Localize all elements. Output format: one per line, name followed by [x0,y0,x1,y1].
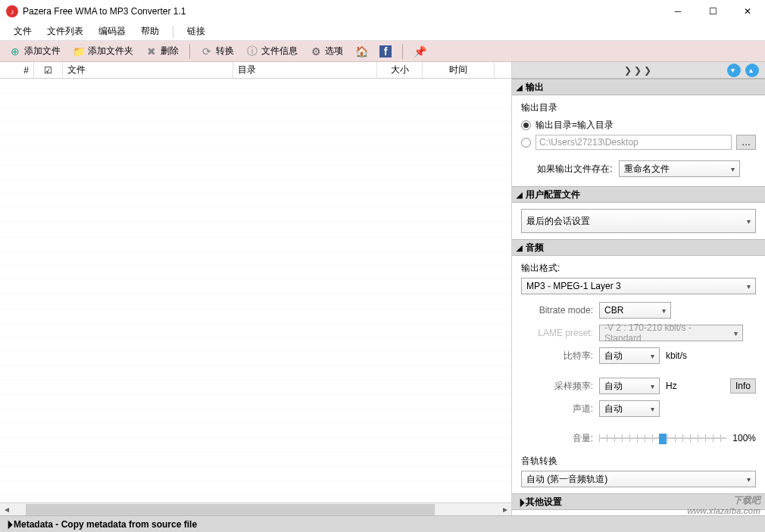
bitrate-label: 比特率: [521,350,593,362]
triangle-right-icon: ◢ [514,496,524,506]
output-path-input[interactable] [536,135,732,150]
table-body[interactable] [0,79,511,502]
scroll-right-arrow[interactable]: ▸ [498,503,511,516]
radio-same-label: 输出目录=输入目录 [536,119,614,132]
add-folder-icon: 📁 [73,45,85,58]
slider-thumb[interactable] [659,434,667,444]
toolbar-separator [189,44,190,59]
track-combo[interactable]: 自动 (第一音频轨道) [521,471,756,487]
expand-all-button[interactable]: ▴ [745,64,759,77]
minimize-button[interactable]: ─ [660,0,695,23]
sample-rate-value: 自动 [604,380,623,393]
menubar: 文件 文件列表 编码器 帮助 链接 [0,23,765,41]
section-output-title: 输出 [526,81,544,94]
channel-combo[interactable]: 自动 [599,400,660,417]
delete-label: 删除 [161,45,179,58]
menu-links[interactable]: 链接 [180,25,213,38]
menu-separator [173,26,173,38]
format-value: MP3 - MPEG-1 Layer 3 [526,281,621,291]
section-other-header[interactable]: ◢其他设置 [512,493,765,510]
pin-icon: 📌 [414,45,426,58]
file-exists-value: 重命名文件 [624,163,670,176]
section-output-header[interactable]: ◢输出 [512,79,765,95]
file-info-button[interactable]: ⓘ文件信息 [242,43,302,59]
pin-button[interactable]: 📌 [409,44,430,59]
maximize-button[interactable]: ☐ [695,0,730,23]
profile-combo[interactable]: 最后的会话设置 [521,209,756,233]
col-dir[interactable]: 目录 [233,62,377,78]
browse-button[interactable]: … [736,135,756,150]
titlebar: ♪ Pazera Free WMA to MP3 Converter 1.1 ─… [0,0,765,23]
options-button[interactable]: ⚙选项 [305,43,348,59]
file-list-panel: # ☑ 文件 目录 大小 时间 ◂ ▸ [0,62,511,515]
file-info-icon: ⓘ [246,45,258,58]
add-folder-label: 添加文件夹 [88,45,133,58]
col-size[interactable]: 大小 [377,62,423,78]
channel-value: 自动 [604,403,623,415]
close-button[interactable]: ✕ [730,0,765,23]
format-combo[interactable]: MP3 - MPEG-1 Layer 3 [521,278,756,294]
lame-preset-combo: -V 2 : 170-210 kbit/s - Standard [599,325,743,341]
section-output-body: 输出目录 输出目录=输入目录 … 如果输出文件存在: 重命名文件 [512,95,765,186]
table-header: # ☑ 文件 目录 大小 时间 [0,62,511,79]
col-time[interactable]: 时间 [423,62,495,78]
bitrate-unit: kbit/s [666,350,687,361]
col-number[interactable]: # [0,62,34,78]
add-file-button[interactable]: ⊕添加文件 [5,43,65,59]
triangle-right-icon: ◢ [2,519,12,529]
menu-encoder[interactable]: 编码器 [91,25,133,38]
convert-label: 转换 [216,45,234,58]
checkbox-icon: ☑ [44,65,52,76]
add-file-label: 添加文件 [24,45,61,58]
panel-expand-bar[interactable]: ❯❯❯ ▾ ▴ [512,62,765,79]
file-info-label: 文件信息 [261,45,298,58]
section-profile-header[interactable]: ◢用户配置文件 [512,186,765,203]
radio-same-as-input[interactable] [521,120,531,130]
home-button[interactable]: 🏠 [351,44,372,59]
delete-icon: ✖ [145,45,158,58]
convert-button[interactable]: ⟳转换 [196,43,239,59]
facebook-button[interactable]: f [375,44,396,59]
toolbar: ⊕添加文件 📁添加文件夹 ✖删除 ⟳转换 ⓘ文件信息 ⚙选项 🏠 f 📌 [0,41,765,62]
track-label: 音轨转换 [521,455,756,471]
expand-icon: ❯❯❯ [624,65,654,76]
section-audio-title: 音频 [526,241,544,254]
scroll-thumb[interactable] [26,504,435,515]
bitrate-mode-label: Bitrate mode: [521,305,593,316]
metadata-bar[interactable]: ◢Metadata - Copy metadata from source fi… [0,515,765,532]
volume-value: 100% [732,433,756,443]
window-title: Pazera Free WMA to MP3 Converter 1.1 [23,6,660,17]
bitrate-combo[interactable]: 自动 [599,347,660,364]
volume-slider[interactable] [599,431,726,446]
file-exists-combo[interactable]: 重命名文件 [619,160,740,177]
scroll-left-arrow[interactable]: ◂ [0,503,13,516]
section-audio-header[interactable]: ◢音频 [512,239,765,256]
lame-preset-value: -V 2 : 170-210 kbit/s - Standard [604,322,727,344]
triangle-down-icon: ◢ [517,244,523,252]
bitrate-mode-combo[interactable]: CBR [599,302,671,319]
section-audio-body: 输出格式: MP3 - MPEG-1 Layer 3 Bitrate mode:… [512,256,765,493]
home-icon: 🏠 [355,45,367,58]
horizontal-scrollbar[interactable]: ◂ ▸ [0,502,511,515]
info-button[interactable]: Info [730,378,756,394]
col-file[interactable]: 文件 [63,62,233,78]
gear-icon: ⚙ [310,45,322,58]
channel-label: 声道: [521,403,593,415]
sample-rate-label: 采样频率: [521,380,593,393]
volume-label: 音量: [521,432,593,445]
triangle-down-icon: ◢ [517,83,523,92]
menu-filelist[interactable]: 文件列表 [39,25,91,38]
radio-custom-path[interactable] [521,138,531,148]
toolbar-separator [402,44,403,59]
bitrate-value: 自动 [604,350,623,362]
delete-button[interactable]: ✖删除 [141,43,183,59]
metadata-label: Metadata - Copy metadata from source fil… [14,519,197,530]
col-check[interactable]: ☑ [34,62,63,78]
menu-file[interactable]: 文件 [6,25,39,38]
menu-help[interactable]: 帮助 [133,25,167,38]
file-exists-label: 如果输出文件存在: [537,163,612,176]
add-folder-button[interactable]: 📁添加文件夹 [68,43,138,59]
collapse-all-button[interactable]: ▾ [727,64,741,77]
sample-rate-combo[interactable]: 自动 [599,378,660,394]
section-profile-body: 最后的会话设置 [512,203,765,239]
